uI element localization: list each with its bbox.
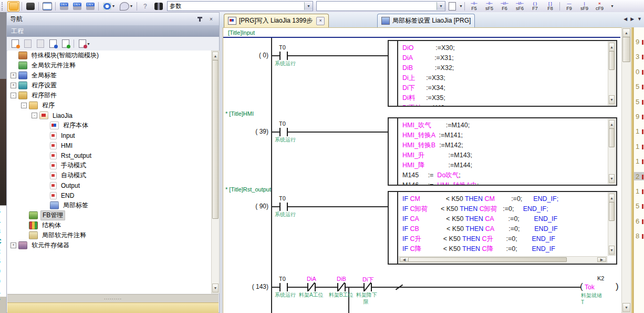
tree-item-Input[interactable]: Input (7, 130, 211, 140)
device-network-button[interactable]: DEV (84, 1, 96, 12)
project-tree-button[interactable] (7, 1, 19, 12)
scrollbar-thumb[interactable] (622, 37, 630, 62)
tree-item-程序本体[interactable]: 程序本体 (7, 120, 211, 130)
tree-item-自动模式[interactable]: 自动模式 (7, 170, 211, 180)
collapse-icon[interactable]: - (32, 113, 37, 118)
pin-button[interactable] (195, 15, 204, 23)
tree-item-软元件存储器[interactable]: +软元件存储器 (7, 240, 211, 250)
tree-item-Output[interactable]: Output (7, 180, 211, 190)
combo-dropdown-icon[interactable]: ▼ (437, 2, 445, 10)
scroll-down-icon[interactable]: ▼ (622, 303, 630, 312)
help-button[interactable]: ? (139, 1, 151, 12)
scroll-left-icon[interactable]: ◀ (400, 257, 409, 262)
contact-t0[interactable] (279, 128, 288, 136)
tree-item-程序部件[interactable]: -程序部件 (7, 90, 211, 100)
ladder-key-F5[interactable]: ⊣⊢F5 (467, 1, 481, 12)
tree-item-局部软元件注释[interactable]: 局部软元件注释 (7, 230, 211, 240)
tab-scroll-left-icon[interactable]: ◀ (624, 16, 627, 22)
toolbar-grip[interactable] (2, 2, 5, 11)
tree-scrollbar[interactable]: ▲ ▼ (211, 51, 220, 294)
st-function-box[interactable]: IF CM < K50 THEN CM :=0; END_IF;IF C卸荷 <… (388, 191, 617, 265)
st-code[interactable]: DiO :=X30;DiA :=X31;DiB :=X32;Di上 :=X33;… (402, 43, 607, 106)
ladder-key-sF9[interactable]: |sF9 (577, 1, 591, 12)
scrollbar-thumb[interactable] (609, 202, 615, 221)
tab-close-icon[interactable]: × (316, 17, 325, 25)
ladder-key-sF6[interactable]: ⊣/⊢sF6 (513, 1, 527, 12)
editor-scrollbar[interactable]: ▲ ▼ (621, 27, 631, 313)
tree-item-全局软元件注释[interactable]: 全局软元件注释 (7, 60, 211, 70)
expand-icon[interactable]: + (11, 73, 16, 78)
expand-icon[interactable]: + (11, 83, 16, 88)
cpu-button[interactable] (24, 1, 36, 12)
tree-item-FB管理[interactable]: FB管理 (7, 210, 211, 220)
monitor-watch-button[interactable]: ▼ (101, 1, 117, 12)
st-box-vscrollbar[interactable]: ▲▼ (608, 119, 616, 184)
tree-item-特殊模块(智能功能模块)[interactable]: 特殊模块(智能功能模块) (7, 51, 211, 60)
scroll-down-icon[interactable]: ▼ (609, 174, 615, 183)
scroll-up-icon[interactable]: ▲ (622, 28, 630, 37)
scrollbar-thumb[interactable] (609, 51, 615, 70)
tree-item-LiaoJia[interactable]: -LiaoJia (7, 110, 211, 120)
contact-dib[interactable] (337, 283, 346, 291)
ladder-key-F6[interactable]: ⊣/⊢F6 (497, 1, 512, 12)
close-panel-button[interactable]: × (206, 15, 216, 23)
find-device-button[interactable]: ▼ (118, 1, 134, 12)
device-batch-button[interactable]: DEV (71, 1, 83, 12)
contact-t0[interactable] (279, 203, 288, 211)
st-code[interactable]: HMI_吹气 :=M140;HMI_转换A :=M141;HMI_转换B :=M… (402, 120, 607, 185)
scroll-up-icon[interactable]: ▲ (609, 194, 615, 203)
ladder-key-sF5[interactable]: ⊣⊢sF5 (482, 1, 496, 12)
scroll-right-icon[interactable]: ▶ (597, 257, 606, 262)
tab-list-icon[interactable]: ▼ (637, 16, 642, 22)
panel-splitter[interactable]: ......... (7, 294, 219, 303)
tree-item-手动模式[interactable]: 手动模式 (7, 160, 211, 170)
tab-local-label[interactable]: 局部标签设置 LiaoJia [PRG] (377, 14, 475, 27)
paste-button[interactable] (35, 38, 46, 49)
st-box-vscrollbar[interactable]: ▲▼ (608, 42, 616, 105)
parameter-combo[interactable]: 参数 ▼ (167, 1, 313, 11)
st-function-box[interactable]: DiO :=X30;DiA :=X31;DiB :=X32;Di上 :=X33;… (388, 40, 617, 107)
scroll-down-icon[interactable]: ▼ (212, 284, 219, 292)
scroll-up-icon[interactable]: ▲ (609, 43, 615, 52)
scroll-up-icon[interactable]: ▲ (212, 52, 219, 60)
toolbar-overflow-icon[interactable]: ▼ (459, 4, 463, 8)
ladder-key-F9[interactable]: —F9 (562, 1, 576, 12)
tab-scroll-right-icon[interactable]: ▶ (630, 16, 634, 22)
copy-button[interactable] (22, 38, 34, 49)
st-code[interactable]: IF CM < K50 THEN CM :=0; END_IF;IF C卸荷 <… (402, 194, 607, 256)
contact-dia[interactable] (307, 283, 316, 291)
sort-button[interactable]: ▼ (76, 38, 93, 49)
scroll-down-icon[interactable]: ▼ (609, 246, 615, 255)
tree-item-结构体[interactable]: 结构体 (7, 220, 211, 230)
statement-title-input[interactable]: [Title]Input (228, 29, 255, 36)
statement-title-rst-output[interactable]: * [Title]Rst_output (225, 186, 271, 193)
new-item-button[interactable] (9, 38, 21, 49)
expand-icon[interactable]: + (11, 243, 16, 248)
tab-prg-liaojia[interactable]: [PRG]写入 LiaoJia 1399步 × (224, 14, 329, 27)
property-button[interactable] (47, 38, 59, 49)
tree-item-Rst_output[interactable]: Rst_output (7, 150, 211, 160)
scrollbar-thumb[interactable] (212, 60, 219, 219)
toolbar-overflow-icon[interactable]: ▼ (610, 4, 614, 8)
scrollbar-thumb[interactable] (408, 257, 567, 262)
tree-item-程序[interactable]: -程序 (7, 100, 211, 110)
secondary-combo[interactable]: ▼ (316, 1, 445, 11)
new-window-button[interactable] (446, 1, 458, 12)
tree-item-全局标签[interactable]: +全局标签 (7, 70, 211, 80)
scrollbar-thumb[interactable] (609, 128, 615, 147)
search-button[interactable] (152, 1, 164, 12)
tree-item-局部标签[interactable]: 局部标签 (7, 200, 211, 210)
device-display-button[interactable]: DEV (58, 1, 70, 12)
contact-di-down[interactable] (363, 283, 372, 291)
tree-item-程序设置[interactable]: +程序设置 (7, 80, 211, 90)
st-box-vscrollbar[interactable]: ▲▼ (608, 193, 616, 256)
ladder-key-cF9[interactable]: ×cF9 (593, 1, 607, 12)
list-view-button[interactable] (41, 1, 53, 12)
collapse-icon[interactable]: - (11, 93, 16, 98)
ladder-key-F7[interactable]: ( )F7 (528, 1, 542, 12)
ladder-key-F8[interactable]: [ ]F8 (543, 1, 557, 12)
tree-item-END[interactable]: END (7, 190, 211, 200)
coil-label[interactable]: Tok (585, 284, 595, 291)
st-box-hscrollbar[interactable]: ◀▶ (399, 256, 607, 263)
refresh-button[interactable] (60, 38, 71, 49)
